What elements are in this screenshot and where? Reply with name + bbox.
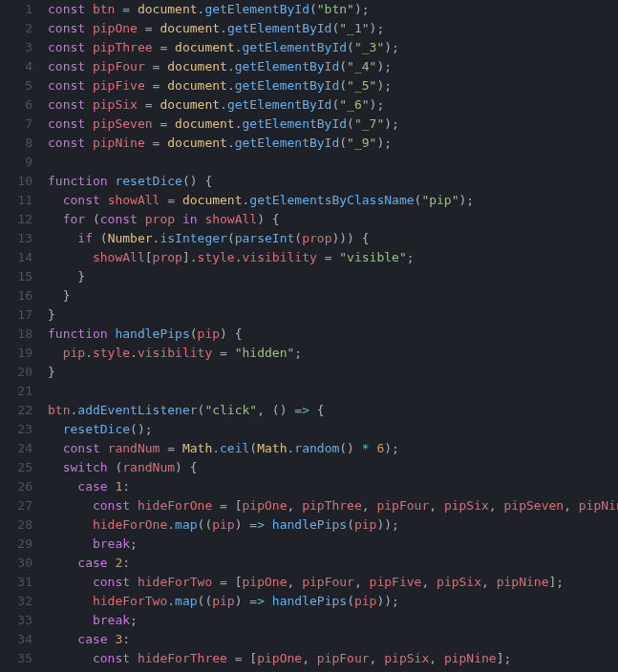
code-line[interactable]: const pipSeven = document.getElementById… [48, 115, 618, 134]
code-line[interactable]: btn.addEventListener("click", () => { [48, 401, 618, 420]
code-line[interactable]: case 1: [48, 477, 618, 496]
code-line[interactable]: break; [48, 611, 618, 630]
token-pun: ); [370, 21, 385, 35]
token-pun [48, 346, 63, 360]
line-number: 23 [0, 420, 32, 439]
code-line[interactable]: const pipFour = document.getElementById(… [48, 57, 618, 76]
code-line[interactable] [48, 153, 618, 172]
code-line[interactable]: } [48, 363, 618, 382]
code-line[interactable]: showAll[prop].style.visibility = "visibl… [48, 248, 618, 267]
token-kw: const [63, 193, 100, 207]
token-kw: const [48, 97, 85, 112]
line-number: 13 [0, 229, 32, 248]
code-line[interactable]: const btn = document.getElementById("btn… [48, 0, 618, 19]
token-var: hideForThree [138, 651, 227, 665]
token-pun [48, 193, 63, 207]
code-line[interactable] [48, 382, 618, 401]
token-pun: ]. [182, 250, 198, 264]
token-var: btn [48, 403, 70, 417]
code-line[interactable]: const pipNine = document.getElementById(… [48, 134, 618, 153]
code-editor[interactable]: 1234567891011121314151617181920212223242… [0, 0, 618, 672]
token-pun [48, 575, 93, 589]
code-line[interactable]: case 2: [48, 554, 618, 573]
token-obj: document [167, 78, 227, 93]
token-op: => [294, 403, 309, 417]
code-line[interactable]: const hideForThree = [pipOne, pipFour, p… [48, 649, 618, 668]
line-number: 35 [0, 649, 32, 668]
token-pun [48, 517, 93, 532]
code-line[interactable]: const showAll = document.getElementsByCl… [48, 191, 618, 210]
code-line[interactable]: for (const prop in showAll) { [48, 210, 618, 229]
code-line[interactable]: const pipFive = document.getElementById(… [48, 76, 618, 95]
token-pun [48, 594, 93, 608]
token-kw: break [93, 613, 130, 627]
code-line[interactable]: resetDice(); [48, 420, 618, 439]
token-pun: . [220, 21, 227, 35]
token-pun [130, 651, 138, 665]
token-kw: const [93, 575, 130, 589]
code-line[interactable]: const pipThree = document.getElementById… [48, 38, 618, 57]
code-line[interactable]: case 3: [48, 630, 618, 649]
token-str: "_7" [354, 116, 384, 131]
token-kw: function [48, 174, 108, 188]
token-pun: ( [85, 212, 100, 226]
code-line[interactable]: hideForTwo.map((pip) => handlePips(pip))… [48, 592, 618, 611]
code-line[interactable]: const pipOne = document.getElementById("… [48, 19, 618, 38]
code-line[interactable]: function resetDice() { [48, 172, 618, 191]
token-pun [48, 212, 63, 226]
token-pun: } [48, 288, 70, 303]
token-pun [100, 441, 108, 455]
line-number: 31 [0, 573, 32, 592]
token-pun [85, 97, 93, 112]
token-pun [227, 651, 235, 665]
code-line[interactable]: const randNum = Math.ceil(Math.random() … [48, 439, 618, 458]
token-def: resetDice [115, 174, 181, 188]
line-number: 2 [0, 19, 32, 38]
token-var: pipFour [317, 651, 370, 665]
code-line[interactable]: switch (randNum) { [48, 458, 618, 477]
token-pun: , [362, 498, 377, 513]
token-pun: . [227, 59, 235, 74]
line-number: 9 [0, 153, 32, 172]
token-pun [265, 517, 272, 532]
token-obj: document [138, 2, 198, 16]
token-pun: ); [384, 116, 399, 131]
code-line[interactable]: pip.style.visibility = "hidden"; [48, 344, 618, 363]
token-pun: . [235, 40, 243, 54]
token-pun [138, 212, 145, 226]
token-kw: in [182, 212, 198, 226]
token-pun: () { [182, 174, 212, 188]
code-area[interactable]: const btn = document.getElementById("btn… [40, 0, 618, 672]
token-fn: getElementById [204, 2, 309, 16]
token-pun: ))) { [331, 231, 369, 245]
code-line[interactable]: const hideForTwo = [pipOne, pipFour, pip… [48, 573, 618, 592]
token-pun: ); [384, 40, 399, 54]
line-number: 27 [0, 496, 32, 515]
token-obj: Number [108, 231, 153, 245]
code-line[interactable]: const hideForOne = [pipOne, pipThree, pi… [48, 496, 618, 515]
token-pun: ( [93, 231, 108, 245]
code-line[interactable]: } [48, 305, 618, 325]
code-line[interactable]: const pipSix = document.getElementById("… [48, 95, 618, 115]
token-pun [167, 116, 175, 131]
token-pun [212, 346, 220, 360]
code-line[interactable]: function handlePips(pip) { [48, 325, 618, 344]
code-line[interactable]: } [48, 286, 618, 305]
token-var: randNum [108, 441, 160, 455]
code-line[interactable]: } [48, 267, 618, 286]
token-pun [130, 498, 138, 513]
token-pun: ); [384, 441, 399, 455]
token-pun [48, 250, 93, 264]
token-pun: ]; [548, 575, 564, 589]
token-fn: getElementById [243, 40, 348, 54]
code-line[interactable]: hideForOne.map((pip) => handlePips(pip))… [48, 515, 618, 535]
code-line[interactable]: break; [48, 535, 618, 554]
code-line[interactable]: if (Number.isInteger(parseInt(prop))) { [48, 229, 618, 248]
token-prop: visibility [138, 346, 212, 360]
token-fn: handlePips [272, 594, 347, 608]
token-pun: ) [235, 517, 250, 532]
token-var: pip [63, 346, 85, 360]
token-pun: ; [407, 250, 415, 264]
token-pun: [ [227, 498, 243, 513]
token-pun [175, 212, 182, 226]
